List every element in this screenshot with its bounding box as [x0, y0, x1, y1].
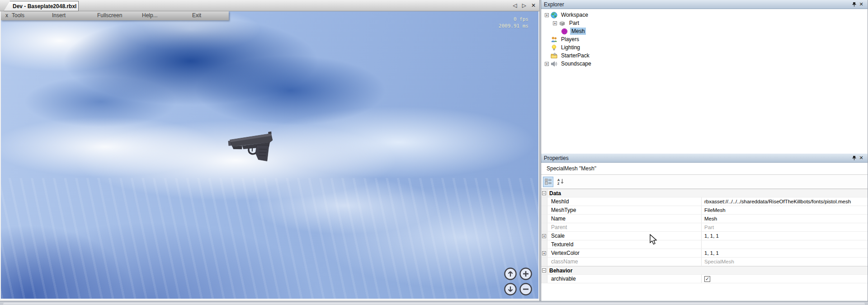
property-row-meshtype[interactable]: MeshType FileMesh	[541, 206, 868, 215]
expand-icon[interactable]: +	[545, 62, 549, 66]
property-value[interactable]: rbxasset://../../../shareddata/RiseOfThe…	[701, 197, 868, 206]
svg-text:A: A	[557, 178, 560, 182]
expand-icon[interactable]: +	[542, 251, 546, 255]
property-value[interactable]: Mesh	[701, 215, 868, 223]
tree-item-label: Lighting	[560, 44, 581, 51]
tree-item-label: Workspace	[560, 11, 590, 19]
fps-counter: 0 fps 2009.91 ms	[499, 16, 528, 29]
property-row-classname: className SpecialMesh	[541, 258, 868, 266]
properties-title: Properties	[544, 155, 850, 161]
property-name: Scale	[547, 232, 701, 240]
mesh-icon	[561, 28, 568, 35]
categorized-icon	[545, 178, 552, 185]
close-icon[interactable]: ✕	[858, 1, 865, 8]
selected-object-row[interactable]: SpecialMesh "Mesh"	[541, 163, 868, 175]
pan-up-button[interactable]	[504, 267, 517, 281]
properties-toolbar: A Z	[541, 175, 868, 189]
property-row-archivable[interactable]: archivable ✓	[541, 275, 868, 283]
property-name: VertexColor	[547, 249, 701, 257]
property-name: MeshType	[547, 206, 701, 214]
tree-item-lighting[interactable]: Lighting	[541, 43, 868, 52]
workspace-icon	[551, 12, 557, 19]
archivable-checkbox[interactable]: ✓	[704, 276, 710, 282]
expand-icon[interactable]: +	[553, 21, 557, 25]
pin-icon[interactable]	[850, 155, 858, 161]
lighting-icon	[551, 44, 557, 51]
frame-time-value: 2009.91 ms	[499, 23, 528, 29]
pan-down-button[interactable]	[504, 282, 517, 296]
zoom-out-button[interactable]	[519, 282, 533, 296]
tab-title: Dev - Baseplate2048.rbxl	[13, 3, 76, 9]
soundscape-icon	[551, 61, 557, 67]
cloud-streaks	[1, 178, 538, 299]
sort-az-icon: A Z	[557, 178, 564, 185]
property-row-name[interactable]: Name Mesh	[541, 215, 868, 223]
tree-item-label: Soundscape	[560, 60, 593, 67]
tab-next-icon[interactable]: ▷	[522, 2, 526, 9]
explorer-title: Explorer	[544, 1, 850, 8]
section-header-data[interactable]: − Data	[541, 189, 868, 197]
property-row-scale[interactable]: + Scale 1, 1, 1	[541, 232, 868, 240]
property-row-vertexcolor[interactable]: + VertexColor 1, 1, 1	[541, 249, 868, 258]
tree-item-soundscape[interactable]: + Soundscape	[541, 60, 868, 68]
menu-item-tools[interactable]: Tools	[12, 12, 24, 19]
property-name: Name	[547, 215, 701, 223]
zoom-in-button[interactable]	[519, 267, 533, 281]
menu-item-fullscreen[interactable]: Fullscreen	[97, 12, 122, 19]
tab-prev-icon[interactable]: ◁	[513, 2, 517, 9]
collapse-icon[interactable]: −	[542, 191, 546, 195]
tree-item-label: Players	[560, 36, 580, 43]
property-value[interactable]: 1, 1, 1	[701, 232, 868, 240]
tree-item-starterpack[interactable]: StarterPack	[541, 52, 868, 60]
tree-item-players[interactable]: Players	[541, 35, 868, 43]
tree-item-mesh[interactable]: Mesh	[541, 27, 868, 35]
property-value[interactable]: FileMesh	[701, 206, 868, 214]
pistol-mesh-object[interactable]	[227, 130, 280, 165]
status-strip-inner	[3, 303, 865, 305]
property-row-meshid[interactable]: MeshId rbxasset://../../../shareddata/Ri…	[541, 197, 868, 206]
section-header-behavior[interactable]: − Behavior	[541, 266, 868, 275]
expand-icon[interactable]: +	[545, 13, 549, 17]
section-name: Data	[547, 189, 561, 197]
property-name: className	[547, 258, 701, 266]
camera-controls	[502, 267, 534, 300]
property-row-textureid[interactable]: TextureId	[541, 240, 868, 249]
players-icon	[551, 36, 557, 43]
property-name: MeshId	[547, 197, 701, 206]
properties-grid: − Data MeshId rbxasset://../../../shared…	[541, 189, 868, 283]
tree-item-label: Part	[568, 19, 580, 27]
tab-navigation: ◁ ▷ ✕	[513, 2, 536, 9]
close-icon[interactable]: ✕	[858, 155, 865, 161]
properties-header: Properties ✕	[541, 154, 868, 163]
tab-close-icon[interactable]: ✕	[531, 2, 536, 9]
3d-viewport[interactable]: x Tools Insert Fullscreen Help... Exit 0…	[1, 11, 538, 300]
pin-icon[interactable]	[850, 1, 858, 8]
status-strip	[0, 301, 868, 305]
menubar-close-icon[interactable]: x	[5, 12, 8, 19]
collapse-icon[interactable]: −	[542, 268, 546, 272]
explorer-panel: Explorer ✕ + Workspace +	[541, 0, 868, 154]
property-value[interactable]	[701, 240, 868, 249]
document-pane: Dev - Baseplate2048.rbxl ◁ ▷ ✕ x Tools I…	[0, 0, 540, 301]
menu-item-insert[interactable]: Insert	[52, 12, 66, 19]
svg-text:Z: Z	[557, 182, 560, 185]
sort-alphabetical-button[interactable]: A Z	[555, 177, 566, 187]
categorized-view-button[interactable]	[543, 177, 553, 187]
tree-item-workspace[interactable]: + Workspace	[541, 11, 868, 19]
game-menubar: x Tools Insert Fullscreen Help... Exit	[1, 11, 229, 20]
menu-item-exit[interactable]: Exit	[192, 12, 201, 19]
property-name: Parent	[547, 223, 701, 231]
section-name: Behavior	[547, 267, 572, 274]
document-tab[interactable]: Dev - Baseplate2048.rbxl	[4, 1, 79, 11]
property-value[interactable]: 1, 1, 1	[701, 249, 868, 257]
property-name: archivable	[547, 275, 701, 283]
tree-item-part[interactable]: + Part	[541, 19, 868, 27]
properties-panel: Properties ✕ SpecialMesh "Mesh"	[541, 154, 868, 301]
explorer-tree: + Workspace + Part	[541, 9, 868, 154]
property-value: Part	[701, 223, 868, 231]
side-panels: Explorer ✕ + Workspace +	[541, 0, 868, 301]
tree-item-label: Mesh	[570, 28, 586, 35]
menu-item-help[interactable]: Help...	[142, 12, 158, 19]
expand-icon[interactable]: +	[542, 234, 546, 238]
property-row-parent: Parent Part	[541, 223, 868, 232]
